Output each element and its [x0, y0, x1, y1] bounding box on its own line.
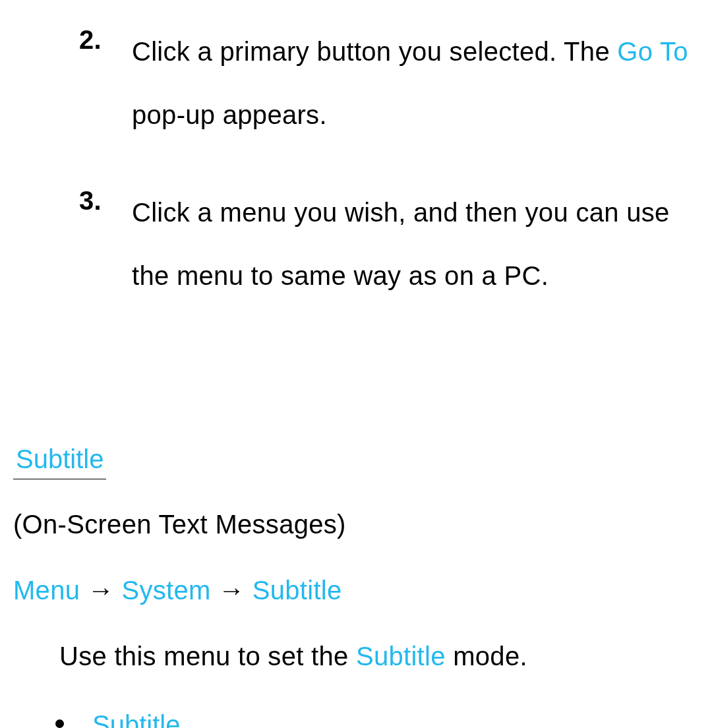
breadcrumb-system: System — [121, 576, 210, 605]
item-content: Click a primary button you selected. The… — [132, 20, 699, 146]
arrow-icon: → — [80, 576, 121, 605]
options-list: Subtitle — [51, 705, 699, 728]
breadcrumb-menu: Menu — [13, 576, 80, 605]
section-heading-wrap: Subtitle — [13, 342, 699, 504]
usage-description: Use this menu to set the Subtitle mode. — [59, 636, 699, 676]
instruction-list: 2. Click a primary button you selected. … — [79, 20, 699, 307]
item-content: Click a menu you wish, and then you can … — [132, 181, 699, 307]
text-segment: Use this menu to set the — [59, 642, 356, 671]
text-segment: pop-up appears. — [132, 100, 327, 129]
text-segment: mode. — [446, 642, 527, 671]
breadcrumb-subtitle: Subtitle — [252, 576, 342, 605]
subtitle-highlight: Subtitle — [356, 642, 446, 671]
instruction-item-2: 2. Click a primary button you selected. … — [79, 20, 699, 146]
option-item-subtitle: Subtitle — [51, 705, 699, 728]
instruction-item-3: 3. Click a menu you wish, and then you c… — [79, 181, 699, 307]
option-label: Subtitle — [92, 710, 180, 728]
breadcrumb: Menu → System → Subtitle — [13, 570, 699, 610]
section-heading-subtitle: Subtitle — [13, 439, 106, 479]
arrow-icon: → — [211, 576, 252, 605]
goto-highlight: Go To — [617, 37, 688, 66]
item-number: 2. — [79, 20, 102, 59]
section-description: (On-Screen Text Messages) — [13, 504, 699, 544]
text-segment: Click a primary button you selected. The — [132, 37, 617, 66]
item-number: 3. — [79, 181, 102, 220]
